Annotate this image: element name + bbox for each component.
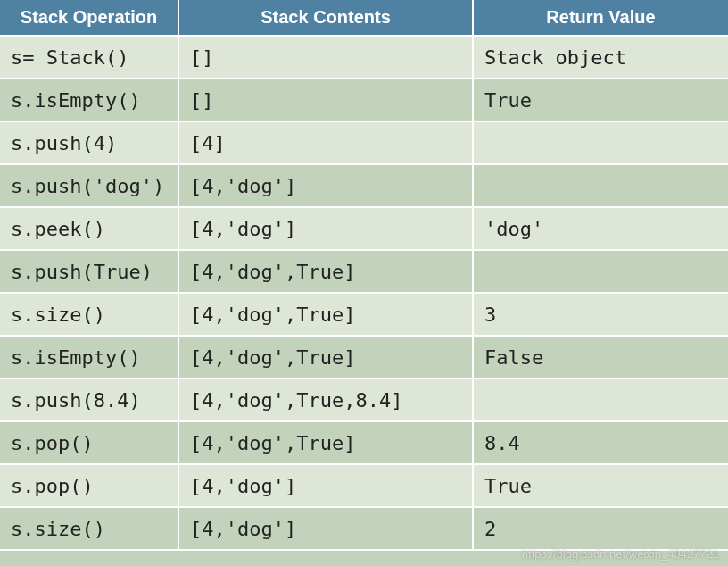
table-row: s.peek()[4,'dog']'dog' <box>0 207 728 250</box>
table-row: s.isEmpty()[4,'dog',True]False <box>0 336 728 379</box>
stack-operations-table: Stack Operation Stack Contents Return Va… <box>0 0 728 551</box>
table-row: s.pop()[4,'dog',True]8.4 <box>0 421 728 464</box>
cell-return: 8.4 <box>473 421 728 464</box>
cell-contents: [4,'dog',True] <box>178 293 473 336</box>
cell-operation: s.pop() <box>0 421 178 464</box>
cell-operation: s.size() <box>0 507 178 550</box>
cell-return: True <box>473 464 728 507</box>
cell-contents: [4,'dog'] <box>178 464 473 507</box>
table-row: s.push(True)[4,'dog',True] <box>0 250 728 293</box>
column-header-operation: Stack Operation <box>0 0 178 36</box>
cell-return: 3 <box>473 293 728 336</box>
cell-return: Stack object <box>473 36 728 79</box>
cell-contents: [4,'dog',True] <box>178 421 473 464</box>
table-body: s= Stack()[]Stack object s.isEmpty()[]Tr… <box>0 36 728 550</box>
cell-return: 'dog' <box>473 207 728 250</box>
cell-contents: [4,'dog'] <box>178 164 473 207</box>
cell-operation: s.isEmpty() <box>0 336 178 379</box>
cell-contents: [] <box>178 79 473 121</box>
cell-contents: [4] <box>178 121 473 164</box>
table-row: s.push(8.4)[4,'dog',True,8.4] <box>0 379 728 421</box>
cell-operation: s.push(8.4) <box>0 379 178 421</box>
cell-return: 2 <box>473 507 728 550</box>
column-header-return: Return Value <box>473 0 728 36</box>
cell-return: True <box>473 79 728 121</box>
table-row: s.isEmpty()[]True <box>0 79 728 121</box>
cell-operation: s.isEmpty() <box>0 79 178 121</box>
cell-contents: [4,'dog'] <box>178 507 473 550</box>
cell-contents: [4,'dog'] <box>178 207 473 250</box>
cell-operation: s.push(True) <box>0 250 178 293</box>
cell-contents: [4,'dog',True,8.4] <box>178 379 473 421</box>
table-row: s.size()[4,'dog',True]3 <box>0 293 728 336</box>
cell-operation: s.peek() <box>0 207 178 250</box>
cell-contents: [4,'dog',True] <box>178 250 473 293</box>
column-header-contents: Stack Contents <box>178 0 473 36</box>
cell-contents: [] <box>178 36 473 79</box>
cell-contents: [4,'dog',True] <box>178 336 473 379</box>
cell-operation: s.push('dog') <box>0 164 178 207</box>
cell-return <box>473 121 728 164</box>
table-row: s= Stack()[]Stack object <box>0 36 728 79</box>
table-row: s.size()[4,'dog']2 <box>0 507 728 550</box>
cell-operation: s.push(4) <box>0 121 178 164</box>
table-row: s.pop()[4,'dog']True <box>0 464 728 507</box>
table-header-row: Stack Operation Stack Contents Return Va… <box>0 0 728 36</box>
cell-return <box>473 379 728 421</box>
cell-operation: s.size() <box>0 293 178 336</box>
cell-return <box>473 164 728 207</box>
cell-operation: s.pop() <box>0 464 178 507</box>
cell-return <box>473 250 728 293</box>
cell-operation: s= Stack() <box>0 36 178 79</box>
table-row: s.push('dog')[4,'dog'] <box>0 164 728 207</box>
cell-return: False <box>473 336 728 379</box>
table-row: s.push(4)[4] <box>0 121 728 164</box>
